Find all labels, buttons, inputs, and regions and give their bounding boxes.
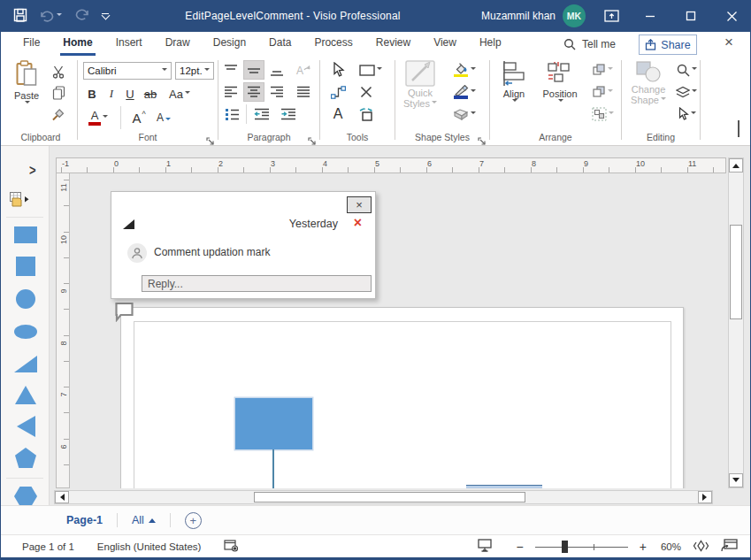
- tab-data[interactable]: Data: [257, 32, 303, 57]
- shape-fill-button[interactable]: [447, 60, 482, 80]
- select-button[interactable]: [673, 104, 700, 124]
- justify-button[interactable]: [293, 82, 314, 102]
- send-backward-button[interactable]: [587, 82, 617, 102]
- stencil-shape-pentagon[interactable]: [15, 448, 36, 468]
- zoom-level[interactable]: 60%: [661, 541, 681, 552]
- account-avatar[interactable]: MK: [563, 4, 586, 27]
- tab-view[interactable]: View: [422, 32, 468, 57]
- page-tab-page1[interactable]: Page-1: [66, 514, 103, 526]
- tab-home[interactable]: Home: [51, 32, 103, 57]
- expand-shapes-panel-icon[interactable]: >: [29, 162, 36, 180]
- collapse-ribbon-button[interactable]: [738, 122, 740, 138]
- scroll-down-button[interactable]: [729, 473, 743, 487]
- align-middle-button[interactable]: [243, 60, 264, 80]
- drawing-page[interactable]: [120, 307, 684, 488]
- shape-effects-button[interactable]: [447, 104, 482, 124]
- account-user-name[interactable]: Muzammil khan: [481, 0, 556, 32]
- copy-button[interactable]: [49, 84, 68, 102]
- stencil-shape-triangle[interactable]: [15, 386, 36, 404]
- zoom-out-button[interactable]: −: [517, 540, 524, 554]
- strikethrough-button[interactable]: ab: [140, 85, 161, 103]
- share-button[interactable]: Share: [639, 35, 697, 55]
- maximize-button[interactable]: [676, 0, 706, 32]
- macro-record-icon[interactable]: [224, 540, 239, 554]
- fit-page-to-window-icon[interactable]: [693, 540, 709, 554]
- find-button[interactable]: [673, 60, 700, 80]
- text-tool-button[interactable]: A: [327, 104, 349, 124]
- align-button[interactable]: Align: [495, 60, 533, 129]
- align-right-button[interactable]: [266, 82, 287, 102]
- drawing-tools-button[interactable]: [356, 104, 377, 124]
- increase-indent-button[interactable]: [277, 104, 300, 124]
- vertical-scrollbar[interactable]: [728, 157, 744, 488]
- scroll-left-button[interactable]: [55, 491, 69, 503]
- align-top-button[interactable]: [220, 60, 241, 80]
- comment-reply-input[interactable]: [142, 275, 372, 292]
- align-left-button[interactable]: [220, 82, 241, 102]
- bold-button[interactable]: B: [83, 85, 101, 103]
- cut-button[interactable]: [49, 63, 68, 81]
- canvas-partial-shape[interactable]: [466, 485, 542, 488]
- position-button[interactable]: Position: [536, 60, 584, 129]
- language-indicator[interactable]: English (United States): [97, 541, 202, 552]
- horizontal-scroll-thumb[interactable]: [254, 492, 525, 502]
- stencil-icon[interactable]: [10, 192, 31, 211]
- comment-indicator-icon[interactable]: [114, 302, 135, 326]
- format-painter-button[interactable]: [49, 105, 68, 123]
- tab-help[interactable]: Help: [468, 32, 513, 57]
- close-document-icon[interactable]: ×: [720, 34, 738, 51]
- paste-dropdown[interactable]: [25, 101, 30, 106]
- zoom-in-button[interactable]: +: [640, 540, 647, 554]
- tell-me-button[interactable]: Tell me: [563, 32, 616, 57]
- stencil-shape-circle[interactable]: [16, 289, 35, 309]
- grow-font-button[interactable]: A ^: [127, 108, 150, 127]
- horizontal-scrollbar[interactable]: [54, 490, 713, 504]
- scroll-up-button[interactable]: [729, 158, 743, 173]
- align-center-button[interactable]: [243, 82, 264, 102]
- rectangle-tool-button[interactable]: [356, 60, 386, 80]
- zoom-slider[interactable]: [535, 541, 628, 553]
- change-shape-button[interactable]: Change Shape: [625, 60, 671, 129]
- presentation-mode-icon[interactable]: [477, 539, 493, 554]
- page-indicator[interactable]: Page 1 of 1: [22, 541, 74, 552]
- connection-point-tool-button[interactable]: [356, 82, 377, 102]
- connector-tool-button[interactable]: [327, 82, 349, 102]
- stencil-shape-hexagon[interactable]: [14, 487, 37, 506]
- switch-windows-icon[interactable]: [721, 539, 738, 554]
- layers-button[interactable]: [673, 82, 700, 102]
- bring-forward-button[interactable]: [587, 60, 617, 80]
- comment-popup-close-button[interactable]: ×: [347, 196, 372, 213]
- canvas-rectangle-shape[interactable]: [235, 398, 312, 449]
- tab-review[interactable]: Review: [364, 32, 422, 57]
- ribbon-display-options-button[interactable]: [596, 0, 626, 32]
- paste-button[interactable]: Paste: [10, 60, 43, 129]
- tab-insert[interactable]: Insert: [104, 32, 154, 57]
- tab-file[interactable]: File: [11, 32, 51, 57]
- shrink-font-button[interactable]: A: [152, 108, 175, 127]
- comment-collapse-icon[interactable]: [123, 219, 134, 229]
- decrease-indent-button[interactable]: [250, 104, 273, 124]
- bullets-button[interactable]: [220, 104, 243, 124]
- tab-draw[interactable]: Draw: [154, 32, 202, 57]
- quick-styles-button[interactable]: Quick Styles: [399, 60, 441, 129]
- scroll-right-button[interactable]: [698, 491, 712, 503]
- minimize-button[interactable]: [635, 0, 665, 32]
- font-family-combobox[interactable]: Calibri: [83, 62, 172, 80]
- tab-design[interactable]: Design: [202, 32, 257, 57]
- canvas-connector-line[interactable]: [272, 449, 274, 488]
- stencil-shape-left-triangle[interactable]: [17, 416, 35, 437]
- stencil-shape-square[interactable]: [16, 257, 35, 276]
- align-bottom-button[interactable]: [266, 60, 287, 80]
- text-direction-button[interactable]: A: [293, 60, 314, 80]
- close-window-button[interactable]: [717, 0, 747, 32]
- stencil-shape-ellipse[interactable]: [14, 325, 37, 339]
- insert-page-button[interactable]: +: [185, 512, 202, 529]
- zoom-slider-thumb[interactable]: [562, 541, 568, 553]
- change-case-button[interactable]: Aa: [165, 85, 195, 103]
- shape-line-button[interactable]: [447, 82, 482, 102]
- stencil-shape-right-triangle[interactable]: [14, 356, 37, 372]
- pointer-tool-button[interactable]: [327, 60, 349, 80]
- underline-button[interactable]: U: [121, 85, 139, 103]
- italic-button[interactable]: I: [103, 85, 120, 103]
- vertical-scroll-thumb[interactable]: [730, 225, 742, 319]
